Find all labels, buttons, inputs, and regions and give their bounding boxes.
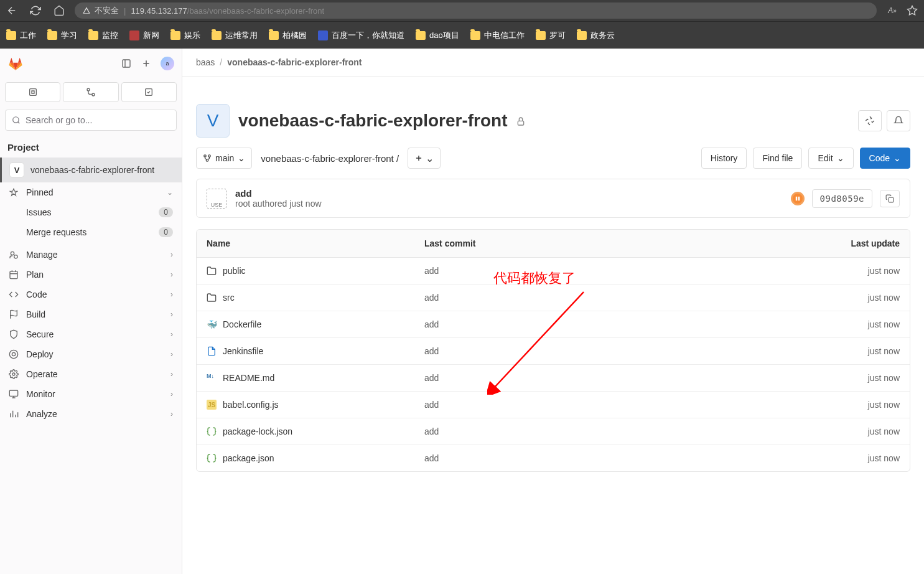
refresh-icon[interactable] bbox=[30, 5, 41, 16]
folder-icon bbox=[207, 266, 217, 276]
find-file-button[interactable]: Find file bbox=[753, 148, 802, 169]
plan-icon bbox=[9, 270, 19, 280]
svg-point-5 bbox=[87, 88, 90, 91]
bookmark-item[interactable]: 政务云 bbox=[577, 30, 615, 41]
md-icon: M↓ bbox=[207, 373, 217, 383]
lock-icon bbox=[516, 111, 526, 130]
read-aloud-icon[interactable]: A» bbox=[887, 5, 898, 16]
breadcrumb-group[interactable]: baas bbox=[196, 57, 215, 67]
svg-line-35 bbox=[493, 292, 584, 388]
chevron-right-icon: › bbox=[170, 390, 173, 398]
bookmark-item[interactable]: dao项目 bbox=[416, 30, 459, 41]
svg-rect-0 bbox=[123, 60, 130, 67]
bookmark-item[interactable]: 新网 bbox=[129, 30, 159, 41]
svg-point-27 bbox=[204, 155, 207, 158]
gitlab-logo[interactable] bbox=[7, 56, 24, 71]
bookmark-item[interactable]: 柏橘园 bbox=[269, 30, 307, 41]
issues-shortcut[interactable] bbox=[5, 82, 60, 102]
chevron-right-icon: › bbox=[170, 350, 173, 359]
bookmark-item[interactable]: 百度一下，你就知道 bbox=[318, 30, 404, 41]
chevron-right-icon: › bbox=[170, 310, 173, 319]
svg-rect-12 bbox=[10, 271, 17, 279]
table-row[interactable]: package-lock.jsonaddjust now bbox=[197, 418, 910, 445]
svg-rect-19 bbox=[9, 390, 17, 396]
json-icon bbox=[207, 426, 217, 436]
folder-icon bbox=[47, 31, 57, 40]
annotation-arrow bbox=[487, 289, 599, 395]
last-commit-bar: USE add root authored just now 09d8059e bbox=[196, 179, 910, 218]
sidebar-item-analyze[interactable]: Analyze› bbox=[0, 404, 182, 424]
svg-rect-32 bbox=[795, 196, 796, 200]
notify-button[interactable] bbox=[887, 110, 910, 131]
copy-sha-button[interactable] bbox=[880, 190, 900, 207]
sidebar: a Search or go to... Project V vonebaas-… bbox=[0, 49, 182, 574]
merge-shortcut[interactable] bbox=[63, 82, 118, 102]
bookmark-item[interactable]: 学习 bbox=[47, 30, 77, 41]
chevron-right-icon: › bbox=[170, 250, 173, 259]
chevron-down-icon: ⌄ bbox=[238, 153, 245, 163]
add-button[interactable]: ⌄ bbox=[408, 148, 441, 169]
sidebar-item-plan[interactable]: Plan› bbox=[0, 265, 182, 285]
table-row[interactable]: JSbabel.config.jsaddjust now bbox=[197, 392, 910, 418]
search-input[interactable]: Search or go to... bbox=[5, 110, 177, 131]
breadcrumb: baas / vonebaas-c-fabric-explorer-front bbox=[182, 49, 924, 77]
code-button[interactable]: Code ⌄ bbox=[860, 148, 910, 169]
doc-icon bbox=[207, 346, 217, 356]
count-badge: 0 bbox=[159, 227, 173, 237]
bookmark-item[interactable]: 工作 bbox=[6, 30, 36, 41]
bookmark-item[interactable]: 中电信工作 bbox=[470, 30, 525, 41]
bookmark-item[interactable]: 娱乐 bbox=[170, 30, 200, 41]
folder-icon bbox=[88, 31, 98, 40]
monitor-icon bbox=[9, 389, 19, 399]
sidebar-pinned-item[interactable]: Issues0 bbox=[0, 202, 182, 222]
branch-selector[interactable]: main ⌄ bbox=[196, 148, 252, 169]
bookmark-item[interactable]: 罗可 bbox=[536, 30, 566, 41]
pipeline-status-icon[interactable] bbox=[791, 192, 805, 205]
folder-icon bbox=[212, 31, 222, 40]
table-row[interactable]: package.jsonaddjust now bbox=[197, 445, 910, 471]
commit-meta: root authored just now bbox=[235, 199, 322, 209]
commit-sha[interactable]: 09d8059e bbox=[812, 189, 872, 208]
home-icon[interactable] bbox=[54, 5, 65, 16]
plus-icon[interactable] bbox=[141, 58, 152, 69]
site-icon bbox=[129, 31, 139, 40]
commit-avatar: USE bbox=[207, 189, 226, 209]
breadcrumb-project[interactable]: vonebaas-c-fabric-explorer-front bbox=[227, 57, 362, 67]
folder-icon bbox=[470, 31, 480, 40]
avatar-icon[interactable]: a bbox=[161, 57, 174, 70]
sidebar-item-monitor[interactable]: Monitor› bbox=[0, 384, 182, 404]
svg-point-6 bbox=[92, 93, 95, 96]
history-button[interactable]: History bbox=[701, 148, 747, 169]
sidebar-item-build[interactable]: Build› bbox=[0, 304, 182, 324]
sidebar-item-secure[interactable]: Secure› bbox=[0, 324, 182, 344]
chevron-down-icon: ⌄ bbox=[167, 188, 173, 197]
json-icon bbox=[207, 453, 217, 463]
folder-icon bbox=[170, 31, 180, 40]
panel-icon[interactable] bbox=[121, 58, 132, 69]
sidebar-item-manage[interactable]: Manage› bbox=[0, 245, 182, 265]
main-content: baas / vonebaas-c-fabric-explorer-front … bbox=[182, 49, 924, 574]
address-bar[interactable]: 不安全 | 119.45.132.177/baas/vonebaas-c-fab… bbox=[75, 2, 877, 19]
todo-shortcut[interactable] bbox=[121, 82, 177, 102]
bookmark-item[interactable]: 运维常用 bbox=[212, 30, 258, 41]
search-placeholder: Search or go to... bbox=[26, 115, 92, 125]
bookmarks-bar: 工作学习监控新网娱乐运维常用柏橘园百度一下，你就知道dao项目中电信工作罗可政务… bbox=[0, 21, 924, 49]
favorite-icon[interactable] bbox=[907, 5, 918, 16]
operate-icon bbox=[9, 369, 19, 379]
svg-rect-4 bbox=[29, 89, 36, 96]
bookmark-item[interactable]: 监控 bbox=[88, 30, 118, 41]
commit-message[interactable]: add bbox=[235, 188, 322, 199]
sidebar-item-code[interactable]: Code› bbox=[0, 285, 182, 304]
sidebar-item-operate[interactable]: Operate› bbox=[0, 364, 182, 384]
folder-icon bbox=[577, 31, 587, 40]
back-icon[interactable] bbox=[6, 5, 17, 16]
settings-button[interactable] bbox=[858, 110, 882, 131]
project-avatar: V bbox=[9, 162, 24, 177]
build-icon bbox=[9, 309, 19, 319]
edit-button[interactable]: Edit ⌄ bbox=[808, 148, 853, 169]
sidebar-item-deploy[interactable]: Deploy› bbox=[0, 344, 182, 364]
sidebar-pinned-item[interactable]: Merge requests0 bbox=[0, 222, 182, 242]
browser-toolbar: 不安全 | 119.45.132.177/baas/vonebaas-c-fab… bbox=[0, 0, 924, 21]
sidebar-project-item[interactable]: V vonebaas-c-fabric-explorer-front bbox=[0, 158, 182, 182]
sidebar-pinned[interactable]: Pinned ⌄ bbox=[0, 182, 182, 202]
